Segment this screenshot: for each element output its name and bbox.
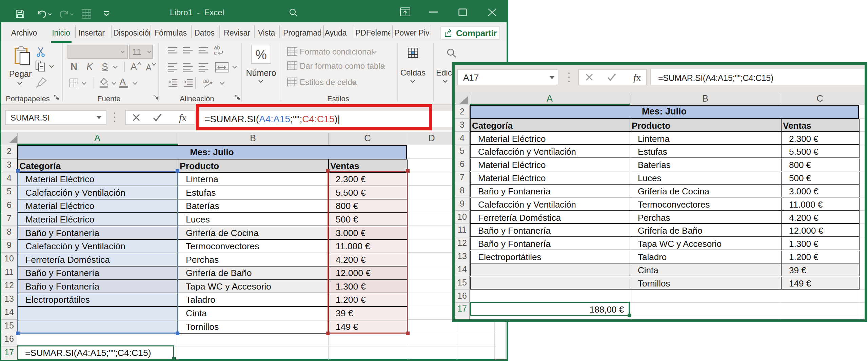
svg-text:ab: ab bbox=[214, 45, 220, 50]
svg-text:ab: ab bbox=[203, 78, 209, 84]
svg-text:c: c bbox=[214, 50, 217, 56]
